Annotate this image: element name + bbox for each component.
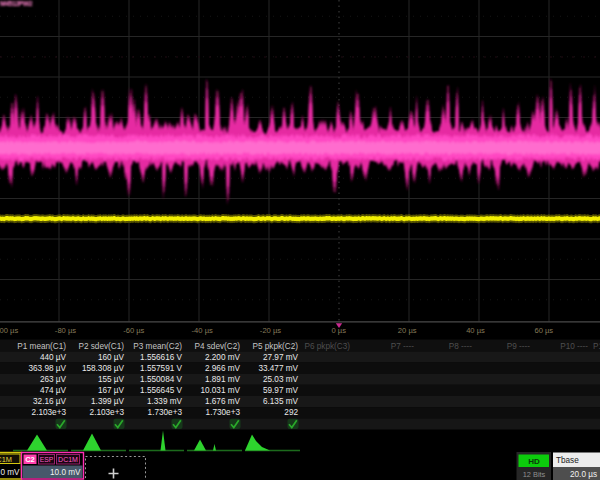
svg-text:2.966 mV: 2.966 mV	[205, 364, 241, 373]
svg-text:1.730e+3: 1.730e+3	[206, 408, 241, 417]
svg-text:60 µs: 60 µs	[534, 326, 553, 335]
svg-text:2.200 mV: 2.200 mV	[205, 353, 241, 362]
svg-text:160 µV: 160 µV	[98, 353, 125, 362]
svg-text:1.399 µV: 1.399 µV	[91, 397, 124, 406]
svg-text:M4512PW2: M4512PW2	[0, 0, 33, 7]
svg-text:440 µV: 440 µV	[40, 353, 67, 362]
svg-text:40 µs: 40 µs	[466, 326, 485, 335]
svg-text:1.891 mV: 1.891 mV	[205, 375, 241, 384]
svg-text:32.16 µV: 32.16 µV	[33, 397, 66, 406]
svg-text:-60 µs: -60 µs	[123, 326, 144, 335]
svg-text:25.03 mV: 25.03 mV	[263, 375, 299, 384]
svg-text:P7 ----: P7 ----	[391, 342, 414, 351]
svg-text:33.477 mV: 33.477 mV	[258, 364, 298, 373]
svg-text:P9 ----: P9 ----	[507, 342, 530, 351]
svg-text:2.103e+3: 2.103e+3	[32, 408, 67, 417]
svg-text:DC1M: DC1M	[0, 455, 12, 464]
svg-text:P5 pkpk(C2): P5 pkpk(C2)	[252, 342, 298, 351]
svg-text:158.308 µV: 158.308 µV	[82, 364, 125, 373]
svg-text:P6 pkpk(C3): P6 pkpk(C3)	[304, 342, 350, 351]
svg-text:P1: P1	[593, 342, 600, 351]
svg-text:P4 sdev(C2): P4 sdev(C2)	[194, 342, 240, 351]
svg-text:1.556616 V: 1.556616 V	[140, 353, 182, 362]
svg-text:Tbase: Tbase	[556, 456, 579, 465]
svg-text:P10 ----: P10 ----	[560, 342, 588, 351]
svg-text:155 µV: 155 µV	[98, 375, 125, 384]
svg-text:20 µs: 20 µs	[398, 326, 417, 335]
svg-text:P1 mean(C1): P1 mean(C1)	[17, 342, 66, 351]
svg-text:12 Bits: 12 Bits	[523, 470, 546, 479]
svg-text:P2 sdev(C1): P2 sdev(C1)	[78, 342, 124, 351]
svg-text:1.676 mV: 1.676 mV	[205, 397, 241, 406]
svg-text:P8 ----: P8 ----	[449, 342, 472, 351]
svg-text:-80 µs: -80 µs	[55, 326, 76, 335]
svg-text:HD: HD	[528, 457, 540, 466]
svg-text:27.97 mV: 27.97 mV	[263, 353, 299, 362]
svg-text:ESP: ESP	[40, 456, 54, 463]
svg-text:0 mV: 0 mV	[0, 468, 20, 477]
svg-text:263 µV: 263 µV	[40, 375, 67, 384]
svg-text:P3 mean(C2): P3 mean(C2)	[133, 342, 182, 351]
svg-text:DC1M: DC1M	[58, 456, 78, 463]
svg-text:-40 µs: -40 µs	[192, 326, 213, 335]
svg-text:59.97 mV: 59.97 mV	[263, 386, 299, 395]
svg-text:20.0 µs: 20.0 µs	[570, 470, 597, 479]
svg-text:1.730e+3: 1.730e+3	[148, 408, 183, 417]
svg-text:C2: C2	[25, 455, 35, 464]
svg-text:-20 µs: -20 µs	[260, 326, 281, 335]
svg-text:1.550084 V: 1.550084 V	[140, 375, 182, 384]
svg-text:167 µV: 167 µV	[98, 386, 125, 395]
svg-text:363.98 µV: 363.98 µV	[29, 364, 67, 373]
svg-text:474 µV: 474 µV	[40, 386, 67, 395]
svg-text:10.0 mV: 10.0 mV	[50, 468, 81, 477]
svg-text:00 µs: 00 µs	[0, 326, 18, 335]
svg-text:1.557591 V: 1.557591 V	[140, 364, 182, 373]
svg-text:10.031 mV: 10.031 mV	[200, 386, 240, 395]
svg-text:1.339 mV: 1.339 mV	[147, 397, 183, 406]
svg-text:292: 292	[284, 408, 298, 417]
svg-text:1.556645 V: 1.556645 V	[140, 386, 182, 395]
svg-text:2.103e+3: 2.103e+3	[90, 408, 125, 417]
svg-text:6.135 mV: 6.135 mV	[263, 397, 299, 406]
